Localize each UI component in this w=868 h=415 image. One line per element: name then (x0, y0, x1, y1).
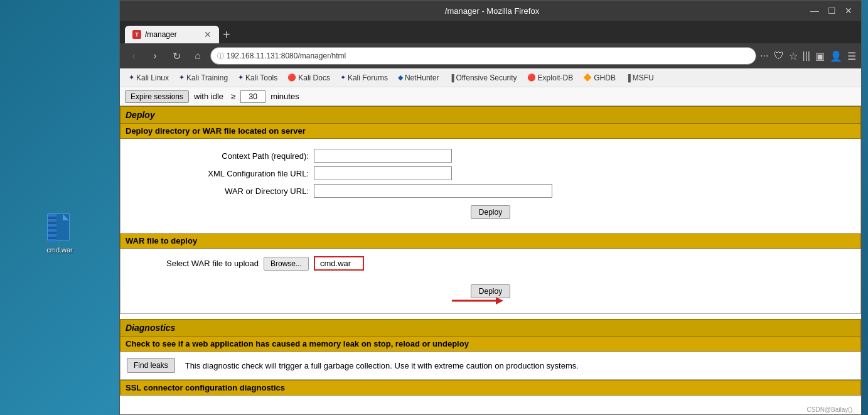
xml-config-input[interactable] (314, 166, 452, 180)
bookmark-ghdb-label: GHDB (594, 73, 616, 82)
browser-window: /manager - Mozilla Firefox — ☐ ✕ T /mana… (119, 0, 862, 415)
bookmark-kali-tools[interactable]: ✦ Kali Tools (234, 72, 281, 84)
with-idle-label: with idle (194, 92, 223, 101)
tab-favicon: T (132, 30, 141, 39)
ssl-section-header: SSL connector configuration diagnostics (120, 380, 861, 396)
bookmark-nethunter[interactable]: ◆ NetHunter (394, 72, 443, 84)
idle-minutes-input[interactable] (240, 90, 265, 103)
bookmark-kali-forums[interactable]: ✦ Kali Forums (336, 72, 392, 84)
context-path-label: Context Path (required): (133, 151, 309, 161)
bookmark-offensive-security[interactable]: ▐ Offensive Security (446, 72, 521, 84)
tab-close-button[interactable]: ✕ (204, 30, 212, 40)
svg-marker-1 (496, 297, 503, 305)
bookmark-msfu[interactable]: ▐ MSFU (622, 72, 658, 84)
war-section-header: WAR file to deploy (120, 234, 861, 249)
new-tab-button[interactable]: + (223, 26, 230, 43)
browse-button[interactable]: Browse... (264, 257, 309, 271)
maximize-button[interactable]: ☐ (825, 6, 839, 16)
kali-docs-icon: 🔴 (287, 73, 296, 82)
war-section-title: WAR file to deploy (126, 236, 197, 245)
desktop-icon-cmdwar[interactable]: cmd.war (38, 213, 82, 254)
bookmark-kali-docs-label: Kali Docs (298, 73, 330, 82)
diagnostics-title: Diagnostics (126, 323, 175, 333)
expire-sessions-button[interactable]: Expire sessions (125, 90, 189, 103)
diagnostics-check-label: Check to see if a web application has ca… (126, 339, 469, 348)
deploy-form-area: Context Path (required): XML Configurati… (120, 139, 861, 234)
exploit-db-icon: 🔴 (527, 73, 536, 82)
bookmark-kali-linux-label: Kali Linux (136, 73, 169, 82)
diagnostics-section: Diagnostics Check to see if a web applic… (120, 319, 861, 396)
context-path-row: Context Path (required): (121, 149, 860, 163)
deploy-server-subheader: Deploy directory or WAR file located on … (120, 124, 861, 139)
title-bar: /manager - Mozilla Firefox — ☐ ✕ (120, 1, 861, 21)
nav-shield-icon[interactable]: 🛡 (774, 50, 784, 62)
desktop: cmd.war /manager - Mozilla Firefox — ☐ ✕… (0, 0, 868, 415)
nav-more-icon[interactable]: ··· (760, 50, 768, 62)
select-war-label: Select WAR file to upload (133, 259, 259, 268)
tab-bar: T /manager ✕ + (120, 21, 861, 43)
bookmark-exploit-db-label: Exploit-DB (538, 73, 574, 82)
window-title: /manager - Mozilla Firefox (176, 6, 808, 16)
minimize-button[interactable]: — (808, 6, 822, 16)
bookmark-offensive-security-label: Offensive Security (456, 73, 517, 82)
nav-icons: ··· 🛡 ☆ ||| ▣ 👤 ☰ (760, 50, 856, 62)
nav-profile-icon[interactable]: 👤 (830, 50, 842, 62)
close-button[interactable]: ✕ (842, 6, 855, 16)
reload-button[interactable]: ↻ (168, 47, 185, 65)
forward-button[interactable]: › (146, 47, 164, 65)
page-content: Expire sessions with idle ≥ minutes Depl… (120, 87, 861, 414)
ssl-label: SSL connector configuration diagnostics (126, 383, 285, 392)
bookmark-kali-training[interactable]: ✦ Kali Training (175, 72, 232, 84)
address-lock-icon: ⓘ (217, 51, 224, 61)
tab-label: /manager (145, 30, 200, 39)
offensive-security-icon: ▐ (449, 74, 454, 82)
manager-page: Expire sessions with idle ≥ minutes Depl… (120, 87, 861, 396)
bookmark-kali-linux[interactable]: ✦ Kali Linux (125, 72, 173, 84)
bookmark-msfu-label: MSFU (633, 73, 654, 82)
deploy-section-header: Deploy (120, 106, 861, 124)
war-upload-row: Select WAR file to upload Browse... cmd.… (133, 256, 848, 271)
address-text: 192.168.11.131:8080/manager/html (227, 51, 749, 60)
nav-library-icon[interactable]: ||| (803, 50, 810, 62)
back-button[interactable]: ‹ (125, 47, 142, 65)
minutes-label: minutes (271, 92, 299, 101)
kali-linux-icon: ✦ (129, 73, 134, 82)
kali-training-icon: ✦ (179, 73, 185, 82)
nav-menu-icon[interactable]: ☰ (847, 50, 856, 62)
war-upload-area: Select WAR file to upload Browse... cmd.… (120, 249, 861, 314)
diagnostics-check-header: Check to see if a web application has ca… (120, 337, 861, 352)
bookmark-nethunter-label: NetHunter (405, 73, 439, 82)
ghdb-icon: 🔶 (583, 73, 592, 82)
war-dir-row: WAR or Directory URL: (121, 184, 860, 198)
bookmark-ghdb[interactable]: 🔶 GHDB (579, 72, 619, 84)
bookmark-exploit-db[interactable]: 🔴 Exploit-DB (523, 72, 577, 84)
deploy-server-label: Deploy directory or WAR file located on … (126, 126, 306, 136)
home-button[interactable]: ⌂ (189, 47, 206, 65)
deploy-title: Deploy (126, 110, 155, 120)
address-bar[interactable]: ⓘ 192.168.11.131:8080/manager/html (210, 47, 756, 65)
nav-star-icon[interactable]: ☆ (789, 50, 798, 62)
nav-bar: ‹ › ↻ ⌂ ⓘ 192.168.11.131:8080/manager/ht… (120, 43, 861, 68)
desktop-icon-label: cmd.war (46, 246, 73, 254)
msfu-icon: ▐ (626, 74, 631, 82)
diagnostics-content: Find leaks This diagnostic check will tr… (120, 352, 861, 380)
deploy-server-button[interactable]: Deploy (471, 205, 510, 219)
find-leaks-button[interactable]: Find leaks (127, 358, 175, 373)
bookmark-kali-docs[interactable]: 🔴 Kali Docs (284, 72, 334, 84)
red-arrow-annotation (446, 294, 521, 315)
context-path-input[interactable] (314, 149, 452, 163)
diagnostics-description: This diagnostic check will trigger a ful… (185, 361, 579, 370)
bookmark-kali-forums-label: Kali Forums (348, 73, 388, 82)
nav-sidebar-icon[interactable]: ▣ (815, 50, 825, 62)
xml-config-row: XML Configuration file URL: (121, 166, 860, 180)
browser-tab-manager[interactable]: T /manager ✕ (125, 26, 219, 43)
war-section: WAR file to deploy Select WAR file to up… (120, 234, 861, 314)
war-dir-input[interactable] (314, 184, 552, 198)
kali-forums-icon: ✦ (340, 73, 346, 82)
xml-config-label: XML Configuration file URL: (133, 169, 309, 178)
diagnostics-section-header: Diagnostics (120, 319, 861, 337)
bookmark-kali-tools-label: Kali Tools (245, 73, 277, 82)
bookmarks-bar: ✦ Kali Linux ✦ Kali Training ✦ Kali Tool… (120, 68, 861, 87)
window-controls: — ☐ ✕ (808, 6, 855, 16)
war-dir-label: WAR or Directory URL: (133, 186, 309, 196)
